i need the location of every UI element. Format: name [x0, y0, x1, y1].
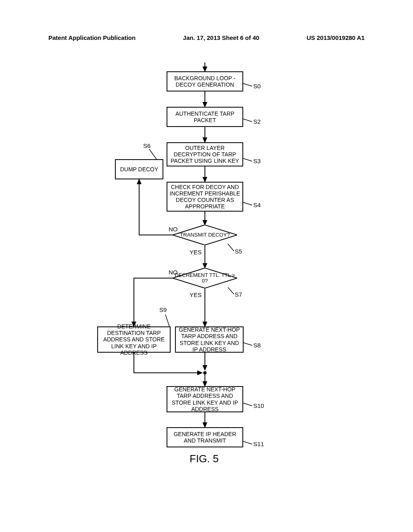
process-text: DUMP DECOY: [120, 166, 159, 172]
flowchart-diagram: BACKGROUND LOOP - DECOY GENERATION S0 AU…: [0, 62, 413, 506]
svg-line-17: [243, 158, 252, 161]
label-no-s5: NO: [169, 226, 178, 233]
label-s11: S11: [253, 441, 264, 447]
label-s2: S2: [253, 118, 261, 125]
label-s7: S7: [235, 291, 242, 298]
label-yes-s5: YES: [190, 249, 202, 256]
process-text: BACKGROUND LOOP - DECOY GENERATION: [169, 75, 241, 88]
label-s5: S5: [235, 248, 242, 255]
label-s4: S4: [253, 202, 261, 208]
header-left: Patent Application Publication: [48, 34, 136, 41]
svg-line-18: [243, 202, 252, 205]
process-text: DETERMINE DESTINATION TARP ADDRESS AND S…: [99, 323, 169, 355]
process-box-s4: CHECK FOR DECOY AND INCREMENT PERISHABLE…: [167, 182, 243, 212]
decision-s7: DECREMENT TTL. TTL > 0?: [173, 268, 237, 288]
svg-line-16: [243, 119, 252, 122]
svg-line-19: [243, 343, 252, 345]
decision-text: DECREMENT TTL. TTL > 0?: [173, 272, 237, 284]
process-text: AUTHENTICATE TARP PACKET: [169, 110, 241, 123]
label-s10: S10: [253, 402, 264, 409]
svg-line-21: [243, 441, 252, 444]
process-text: OUTER LAYER DECRYPTION OF TARP PACKET US…: [169, 145, 241, 164]
process-box-s9: DETERMINE DESTINATION TARP ADDRESS AND S…: [97, 326, 171, 353]
process-text: CHECK FOR DECOY AND INCREMENT PERISHABLE…: [169, 184, 241, 210]
label-yes-s7: YES: [190, 291, 202, 298]
figure-label: FIG. 5: [190, 453, 219, 465]
label-s6: S6: [143, 142, 150, 149]
header-right: US 2013/0019280 A1: [307, 34, 365, 41]
page-header: Patent Application Publication Jan. 17, …: [0, 34, 413, 41]
process-text: GENERATE NEXT-HOP TARP ADDRESS AND STORE…: [169, 386, 241, 412]
process-box-s0: BACKGROUND LOOP - DECOY GENERATION: [167, 71, 243, 91]
process-text: GENERATE NEXT-HOP TARP ADDRESS AND STORE…: [177, 326, 242, 352]
label-s3: S3: [253, 158, 261, 164]
svg-line-15: [243, 83, 252, 86]
process-box-s2: AUTHENTICATE TARP PACKET: [167, 107, 243, 127]
process-box-s10: GENERATE NEXT-HOP TARP ADDRESS AND STORE…: [167, 386, 243, 412]
process-box-s8: GENERATE NEXT-HOP TARP ADDRESS AND STORE…: [175, 326, 244, 353]
header-center: Jan. 17, 2013 Sheet 6 of 40: [183, 34, 259, 41]
label-s0: S0: [253, 83, 261, 89]
svg-line-20: [243, 403, 252, 406]
decision-text: TRANSMIT DECOY?: [180, 232, 229, 238]
process-box-s6: DUMP DECOY: [115, 159, 163, 179]
svg-line-11: [149, 149, 156, 159]
svg-line-14: [228, 287, 234, 294]
label-s9: S9: [159, 306, 167, 313]
process-box-s11: GENERATE IP HEADER AND TRANSMIT: [167, 427, 243, 447]
label-s8: S8: [253, 342, 261, 349]
decision-s5: TRANSMIT DECOY?: [173, 225, 237, 245]
process-box-s3: OUTER LAYER DECRYPTION OF TARP PACKET US…: [167, 142, 243, 166]
process-text: GENERATE IP HEADER AND TRANSMIT: [169, 431, 241, 444]
